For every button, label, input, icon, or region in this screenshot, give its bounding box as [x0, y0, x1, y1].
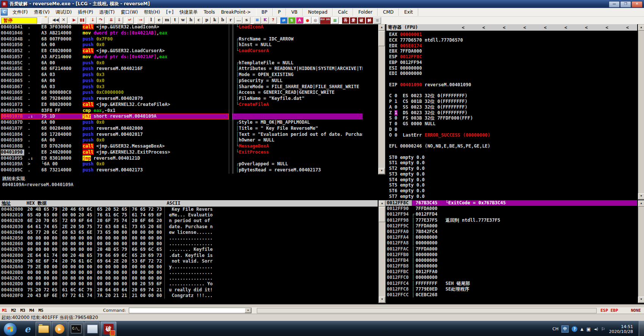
scroll-up-icon[interactable]: ▲	[379, 201, 385, 207]
disasm-row[interactable]: 00401084.68 17204000push reverseM.004020…	[1, 132, 229, 138]
hex-row[interactable]: 004020F020 43 6F 6E67 72 61 747A 20 21 2…	[0, 293, 378, 299]
menu-item[interactable]: 查看(V)	[31, 8, 53, 16]
comment-row[interactable]: │FileName = "Keyfile.dat"	[233, 96, 363, 102]
close-program-icon[interactable]: ✕	[60, 17, 67, 24]
close-button[interactable]: ✕	[631, 1, 642, 8]
hex-row[interactable]: 0040205000 00 00 0000 00 00 0000 00 00 0…	[0, 235, 378, 241]
menu-item[interactable]: 文件(F)	[9, 8, 31, 16]
minimize-button[interactable]: —	[609, 1, 620, 8]
wu-icon[interactable]: 吾	[342, 17, 349, 24]
disasm-row[interactable]: 00401057.A3 AF214000mov dword ptr ds:[0x…	[1, 54, 229, 60]
disasm-row[interactable]: 00401067.6A 03push 0x3	[1, 84, 229, 90]
command-input[interactable]: ▼	[129, 308, 252, 313]
scroll-down-icon[interactable]: ▼	[638, 297, 644, 303]
taskbar-item-explorer[interactable]	[36, 322, 51, 336]
stack-row[interactable]: 0012FFC4│FFFFFFFFSEH 链尾部	[386, 281, 637, 286]
volume-icon[interactable]: ◄)	[594, 327, 598, 331]
jie-icon[interactable]: 解	[366, 17, 373, 24]
menu-item[interactable]: 调试(D)	[53, 8, 75, 16]
chevron-down-icon[interactable]: ▼	[245, 308, 251, 313]
comment-row[interactable]: ┌hTemplateFile = NULL	[233, 60, 363, 66]
ime-icon[interactable]: 中	[561, 325, 569, 333]
patches-window-button[interactable]: p	[203, 17, 211, 24]
run-trace-window-button[interactable]: ...	[235, 17, 242, 24]
register-line[interactable]: ST0 empty 0.0	[386, 155, 637, 160]
registers-pane[interactable]: 寄存器 (FPU) <<<<<<<<< EAX 00000001ECX 777D…	[386, 24, 637, 199]
register-line[interactable]	[386, 76, 637, 82]
comment-row[interactable]: └CreateFileA	[233, 102, 363, 108]
k-window-icon[interactable]: K	[261, 17, 269, 24]
chevron-left-icon[interactable]: <	[544, 25, 547, 30]
horizontal-scroll-strip[interactable]	[0, 304, 644, 307]
scroll-thumb[interactable]	[379, 207, 385, 222]
register-line[interactable]: EAX 00000001	[386, 32, 637, 37]
register-line[interactable]	[386, 149, 637, 155]
comment-row[interactable]: │Title = " Key File ReverseMe"	[233, 126, 363, 132]
register-line[interactable]: ST4 empty 0.0	[386, 177, 637, 183]
disasm-row[interactable]: 0040107F.68 00204000push reverseM.004020…	[1, 126, 229, 132]
disasm-row[interactable]: 00401095.↓E9 83010000jmp reverseM.004012…	[1, 156, 229, 162]
stack-pane[interactable]: 0012FF8C767B3C45└ExitCode = 0x767B3C4500…	[386, 200, 637, 302]
disasm-row[interactable]: 0040108B.E8 D7020000call <jmp.&USER32.Me…	[1, 143, 229, 149]
stack-row[interactable]: 0012FFB0│00000000	[386, 252, 637, 258]
menu-item[interactable]: BreakPoint->	[218, 8, 254, 16]
hex-row[interactable]: 0040206000 00 00 0000 00 00 0000 00 00 0…	[0, 241, 378, 247]
disasm-row[interactable]: 00401063.6A 03push 0x3	[1, 72, 229, 78]
register-line[interactable]: EBX 7FFDA000	[386, 48, 637, 54]
network-icon[interactable]: ▣	[586, 327, 591, 332]
register-line[interactable]: T 0 GS 0000 NULL	[386, 121, 637, 127]
hex-row[interactable]: 0040204065 77 20 6C69 63 65 6E73 65 00 0…	[0, 230, 378, 235]
disassembly-pane[interactable]: 00401041.E8 3F030000call <jmp.&USER32.Lo…	[1, 24, 229, 174]
target-icon[interactable]: ◎	[312, 17, 319, 24]
menu-item[interactable]: 窗口(W)	[118, 8, 141, 16]
step-over-icon[interactable]: ↷	[97, 17, 105, 24]
register-line[interactable]: ST5 empty 0.0	[386, 182, 637, 188]
register-line[interactable]: EBP 0012FF94	[386, 60, 637, 65]
comment-row[interactable]: │Attributes = READONLY|HIDDEN|SYSTEM|ARC…	[233, 66, 363, 72]
hex-ascii-header[interactable]: ASCII	[163, 200, 180, 207]
hex-row[interactable]: 0040209020 6E 6F 7420 76 61 6C69 64 2E 2…	[0, 258, 378, 264]
disasm-row[interactable]: 00401089.6A 00push 0x0	[1, 137, 229, 143]
scroll-up-icon[interactable]: ▲	[638, 201, 644, 207]
comment-row[interactable]: │Mode = OPEN_EXISTING	[233, 72, 363, 78]
stack-row[interactable]: 0012FF9C│7FFDA000	[386, 223, 637, 229]
chevron-left-icon[interactable]: <	[482, 25, 485, 30]
quick-menu-button[interactable]: Notepad	[303, 8, 333, 16]
ai-icon[interactable]: 爱	[350, 17, 357, 24]
register-line[interactable]: EDI 00000000	[386, 71, 637, 76]
restart-icon[interactable]: ◀◀	[52, 17, 59, 24]
call-stack-window-button[interactable]: k	[211, 17, 219, 24]
lines-icon[interactable]: ≡	[374, 17, 381, 24]
disasm-row[interactable]: 0040109C.68 73214000push reverseM.004021…	[1, 167, 229, 173]
m-button-m5[interactable]: M5	[36, 308, 45, 313]
comment-pane[interactable]: └LoadIconA┌RsrcName = IDC_ARROW│hInst = …	[232, 24, 363, 174]
hex-dump-pane[interactable]: 地址 HEX 数据 ASCII 0040200020 4B 65 7920 46…	[0, 200, 378, 302]
windows-window-button[interactable]: w	[179, 17, 187, 24]
analyze-a-icon[interactable]: A	[296, 17, 303, 24]
record-icon[interactable]: ●	[304, 17, 311, 24]
register-history-chevrons[interactable]: <<<<<<<<<	[418, 25, 637, 30]
comment-row[interactable]: ┌pOverlapped = NULL	[233, 161, 363, 167]
chevron-left-icon[interactable]: <	[524, 25, 526, 30]
register-line[interactable]: O 0 LastErr ERROR_SUCCESS (00000000)	[386, 132, 637, 138]
step-into-icon[interactable]: ↓	[89, 17, 97, 24]
comment-row[interactable]: │hOwner = NULL	[233, 137, 363, 143]
comment-row[interactable]: │Text = "Evaluation period out of date. …	[233, 132, 363, 138]
cpu-window-button[interactable]: c	[195, 17, 203, 24]
maximize-button[interactable]: ❐	[620, 1, 631, 8]
menu-item[interactable]: 帮助(H)	[141, 8, 163, 16]
swap-arrows-icon[interactable]: ⇄	[280, 17, 288, 24]
comment-row[interactable]: │Access = GENERIC_READ|GENERIC_WRITE	[233, 90, 363, 96]
comment-row[interactable]: └ExitProcess	[233, 149, 363, 156]
log-window-button[interactable]: l	[147, 17, 155, 24]
register-line[interactable]: ESI 00000000	[386, 65, 637, 71]
stack-scrollbar[interactable]: ▲ ▼	[638, 200, 644, 303]
stack-row[interactable]: 0012FF98│777E37F5返回到 ntdll.777E37F5	[386, 218, 637, 223]
taskbar-item-app-window[interactable]	[84, 322, 100, 336]
menu-item[interactable]: 插件(P)	[75, 8, 96, 16]
threads-window-button[interactable]: t	[171, 17, 179, 24]
scroll-up-icon[interactable]: ▲	[638, 25, 644, 31]
stack-row[interactable]: 0012FF8C767B3C45└ExitCode = 0x767B3C45	[386, 200, 637, 206]
comment-row[interactable]: │hInst = NULL	[233, 42, 363, 48]
disasm-row[interactable]: 00401041.E8 3F030000call <jmp.&USER32.Lo…	[1, 24, 229, 30]
